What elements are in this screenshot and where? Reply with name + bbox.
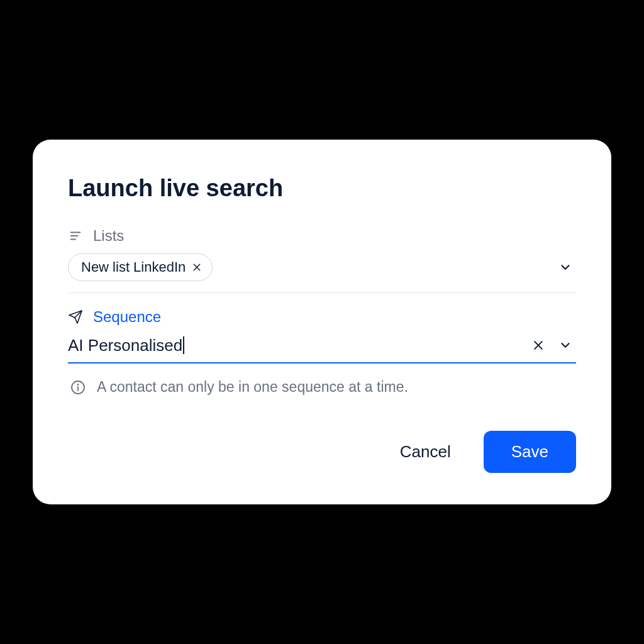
chevron-down-icon — [558, 338, 572, 352]
lists-label: Lists — [93, 227, 124, 245]
save-button[interactable]: Save — [484, 431, 576, 473]
sequence-input-row[interactable]: AI Personalised — [68, 335, 576, 364]
lists-label-row: Lists — [68, 227, 576, 245]
launch-live-search-dialog: Launch live search Lists New list Linked… — [33, 140, 611, 504]
send-icon — [68, 309, 83, 325]
list-icon — [68, 228, 83, 243]
sequence-label-row: Sequence — [68, 308, 576, 326]
close-icon — [532, 339, 545, 352]
lists-dropdown-toggle[interactable] — [555, 257, 576, 278]
remove-chip-icon[interactable] — [192, 262, 202, 272]
lists-value-row: New list LinkedIn — [68, 253, 576, 293]
svg-point-9 — [77, 384, 78, 384]
text-caret — [183, 336, 184, 354]
info-text: A contact can only be in one sequence at… — [97, 379, 408, 396]
chevron-down-icon — [558, 260, 572, 274]
cancel-button[interactable]: Cancel — [395, 436, 456, 468]
dialog-actions: Cancel Save — [68, 431, 576, 473]
dialog-title: Launch live search — [68, 175, 576, 202]
sequence-input[interactable]: AI Personalised — [68, 336, 182, 355]
info-icon — [70, 380, 86, 395]
sequence-label: Sequence — [93, 308, 161, 326]
sequence-dropdown-toggle[interactable] — [555, 335, 576, 356]
list-chip-label: New list LinkedIn — [81, 259, 186, 275]
clear-sequence-button[interactable] — [530, 336, 547, 354]
info-row: A contact can only be in one sequence at… — [68, 379, 576, 396]
list-chip[interactable]: New list LinkedIn — [68, 253, 213, 281]
